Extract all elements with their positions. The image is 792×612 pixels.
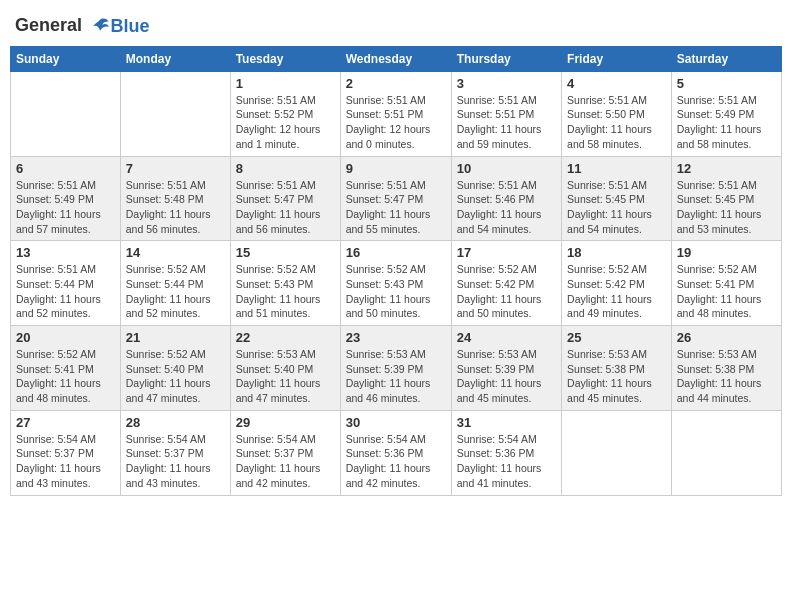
day-info: Sunrise: 5:53 AM Sunset: 5:38 PM Dayligh… xyxy=(677,347,776,406)
calendar-table: SundayMondayTuesdayWednesdayThursdayFrid… xyxy=(10,46,782,496)
day-number: 21 xyxy=(126,330,225,345)
calendar-week-5: 27Sunrise: 5:54 AM Sunset: 5:37 PM Dayli… xyxy=(11,410,782,495)
calendar-day-25: 25Sunrise: 5:53 AM Sunset: 5:38 PM Dayli… xyxy=(562,326,672,411)
day-number: 4 xyxy=(567,76,666,91)
day-info: Sunrise: 5:53 AM Sunset: 5:38 PM Dayligh… xyxy=(567,347,666,406)
day-info: Sunrise: 5:52 AM Sunset: 5:44 PM Dayligh… xyxy=(126,262,225,321)
day-info: Sunrise: 5:54 AM Sunset: 5:37 PM Dayligh… xyxy=(126,432,225,491)
calendar-week-1: 1Sunrise: 5:51 AM Sunset: 5:52 PM Daylig… xyxy=(11,71,782,156)
logo: General Blue xyxy=(15,15,150,38)
day-number: 2 xyxy=(346,76,446,91)
calendar-day-2: 2Sunrise: 5:51 AM Sunset: 5:51 PM Daylig… xyxy=(340,71,451,156)
calendar-day-22: 22Sunrise: 5:53 AM Sunset: 5:40 PM Dayli… xyxy=(230,326,340,411)
empty-cell xyxy=(11,71,121,156)
calendar-day-9: 9Sunrise: 5:51 AM Sunset: 5:47 PM Daylig… xyxy=(340,156,451,241)
day-number: 6 xyxy=(16,161,115,176)
day-number: 31 xyxy=(457,415,556,430)
day-info: Sunrise: 5:52 AM Sunset: 5:41 PM Dayligh… xyxy=(16,347,115,406)
day-info: Sunrise: 5:51 AM Sunset: 5:48 PM Dayligh… xyxy=(126,178,225,237)
calendar-day-1: 1Sunrise: 5:51 AM Sunset: 5:52 PM Daylig… xyxy=(230,71,340,156)
header-sunday: Sunday xyxy=(11,46,121,71)
calendar-day-26: 26Sunrise: 5:53 AM Sunset: 5:38 PM Dayli… xyxy=(671,326,781,411)
calendar-day-21: 21Sunrise: 5:52 AM Sunset: 5:40 PM Dayli… xyxy=(120,326,230,411)
calendar-day-10: 10Sunrise: 5:51 AM Sunset: 5:46 PM Dayli… xyxy=(451,156,561,241)
calendar-day-29: 29Sunrise: 5:54 AM Sunset: 5:37 PM Dayli… xyxy=(230,410,340,495)
calendar-day-15: 15Sunrise: 5:52 AM Sunset: 5:43 PM Dayli… xyxy=(230,241,340,326)
calendar-day-5: 5Sunrise: 5:51 AM Sunset: 5:49 PM Daylig… xyxy=(671,71,781,156)
day-number: 10 xyxy=(457,161,556,176)
day-number: 3 xyxy=(457,76,556,91)
logo-blue: Blue xyxy=(111,16,150,36)
day-number: 12 xyxy=(677,161,776,176)
day-number: 29 xyxy=(236,415,335,430)
day-info: Sunrise: 5:51 AM Sunset: 5:45 PM Dayligh… xyxy=(567,178,666,237)
calendar-day-11: 11Sunrise: 5:51 AM Sunset: 5:45 PM Dayli… xyxy=(562,156,672,241)
calendar-day-24: 24Sunrise: 5:53 AM Sunset: 5:39 PM Dayli… xyxy=(451,326,561,411)
calendar-day-27: 27Sunrise: 5:54 AM Sunset: 5:37 PM Dayli… xyxy=(11,410,121,495)
day-number: 19 xyxy=(677,245,776,260)
calendar-day-30: 30Sunrise: 5:54 AM Sunset: 5:36 PM Dayli… xyxy=(340,410,451,495)
day-info: Sunrise: 5:54 AM Sunset: 5:36 PM Dayligh… xyxy=(457,432,556,491)
calendar-day-23: 23Sunrise: 5:53 AM Sunset: 5:39 PM Dayli… xyxy=(340,326,451,411)
day-info: Sunrise: 5:51 AM Sunset: 5:51 PM Dayligh… xyxy=(346,93,446,152)
day-info: Sunrise: 5:51 AM Sunset: 5:44 PM Dayligh… xyxy=(16,262,115,321)
day-info: Sunrise: 5:51 AM Sunset: 5:49 PM Dayligh… xyxy=(677,93,776,152)
day-info: Sunrise: 5:54 AM Sunset: 5:37 PM Dayligh… xyxy=(236,432,335,491)
day-number: 18 xyxy=(567,245,666,260)
calendar-day-4: 4Sunrise: 5:51 AM Sunset: 5:50 PM Daylig… xyxy=(562,71,672,156)
calendar-week-4: 20Sunrise: 5:52 AM Sunset: 5:41 PM Dayli… xyxy=(11,326,782,411)
empty-cell xyxy=(562,410,672,495)
day-info: Sunrise: 5:54 AM Sunset: 5:37 PM Dayligh… xyxy=(16,432,115,491)
calendar-day-14: 14Sunrise: 5:52 AM Sunset: 5:44 PM Dayli… xyxy=(120,241,230,326)
day-info: Sunrise: 5:53 AM Sunset: 5:39 PM Dayligh… xyxy=(346,347,446,406)
calendar-day-16: 16Sunrise: 5:52 AM Sunset: 5:43 PM Dayli… xyxy=(340,241,451,326)
logo-bird-icon xyxy=(89,16,111,38)
day-info: Sunrise: 5:52 AM Sunset: 5:41 PM Dayligh… xyxy=(677,262,776,321)
header-friday: Friday xyxy=(562,46,672,71)
day-number: 16 xyxy=(346,245,446,260)
calendar-day-18: 18Sunrise: 5:52 AM Sunset: 5:42 PM Dayli… xyxy=(562,241,672,326)
calendar-day-31: 31Sunrise: 5:54 AM Sunset: 5:36 PM Dayli… xyxy=(451,410,561,495)
day-info: Sunrise: 5:52 AM Sunset: 5:43 PM Dayligh… xyxy=(346,262,446,321)
day-info: Sunrise: 5:51 AM Sunset: 5:47 PM Dayligh… xyxy=(236,178,335,237)
day-number: 5 xyxy=(677,76,776,91)
calendar-day-20: 20Sunrise: 5:52 AM Sunset: 5:41 PM Dayli… xyxy=(11,326,121,411)
day-number: 26 xyxy=(677,330,776,345)
day-info: Sunrise: 5:51 AM Sunset: 5:52 PM Dayligh… xyxy=(236,93,335,152)
logo-general: General xyxy=(15,15,82,35)
header-monday: Monday xyxy=(120,46,230,71)
calendar-day-6: 6Sunrise: 5:51 AM Sunset: 5:49 PM Daylig… xyxy=(11,156,121,241)
day-number: 30 xyxy=(346,415,446,430)
day-info: Sunrise: 5:51 AM Sunset: 5:51 PM Dayligh… xyxy=(457,93,556,152)
day-number: 23 xyxy=(346,330,446,345)
day-info: Sunrise: 5:51 AM Sunset: 5:46 PM Dayligh… xyxy=(457,178,556,237)
day-info: Sunrise: 5:51 AM Sunset: 5:47 PM Dayligh… xyxy=(346,178,446,237)
header-wednesday: Wednesday xyxy=(340,46,451,71)
day-info: Sunrise: 5:53 AM Sunset: 5:39 PM Dayligh… xyxy=(457,347,556,406)
header-saturday: Saturday xyxy=(671,46,781,71)
day-number: 8 xyxy=(236,161,335,176)
day-info: Sunrise: 5:51 AM Sunset: 5:50 PM Dayligh… xyxy=(567,93,666,152)
calendar-week-2: 6Sunrise: 5:51 AM Sunset: 5:49 PM Daylig… xyxy=(11,156,782,241)
empty-cell xyxy=(671,410,781,495)
day-info: Sunrise: 5:52 AM Sunset: 5:40 PM Dayligh… xyxy=(126,347,225,406)
calendar-day-13: 13Sunrise: 5:51 AM Sunset: 5:44 PM Dayli… xyxy=(11,241,121,326)
day-info: Sunrise: 5:54 AM Sunset: 5:36 PM Dayligh… xyxy=(346,432,446,491)
page-header: General Blue xyxy=(10,10,782,38)
day-number: 27 xyxy=(16,415,115,430)
day-number: 11 xyxy=(567,161,666,176)
calendar-day-28: 28Sunrise: 5:54 AM Sunset: 5:37 PM Dayli… xyxy=(120,410,230,495)
day-number: 1 xyxy=(236,76,335,91)
day-number: 20 xyxy=(16,330,115,345)
calendar-day-19: 19Sunrise: 5:52 AM Sunset: 5:41 PM Dayli… xyxy=(671,241,781,326)
day-number: 25 xyxy=(567,330,666,345)
day-info: Sunrise: 5:52 AM Sunset: 5:43 PM Dayligh… xyxy=(236,262,335,321)
day-info: Sunrise: 5:52 AM Sunset: 5:42 PM Dayligh… xyxy=(457,262,556,321)
day-number: 7 xyxy=(126,161,225,176)
day-number: 24 xyxy=(457,330,556,345)
day-number: 14 xyxy=(126,245,225,260)
empty-cell xyxy=(120,71,230,156)
calendar-day-3: 3Sunrise: 5:51 AM Sunset: 5:51 PM Daylig… xyxy=(451,71,561,156)
day-number: 22 xyxy=(236,330,335,345)
day-number: 13 xyxy=(16,245,115,260)
